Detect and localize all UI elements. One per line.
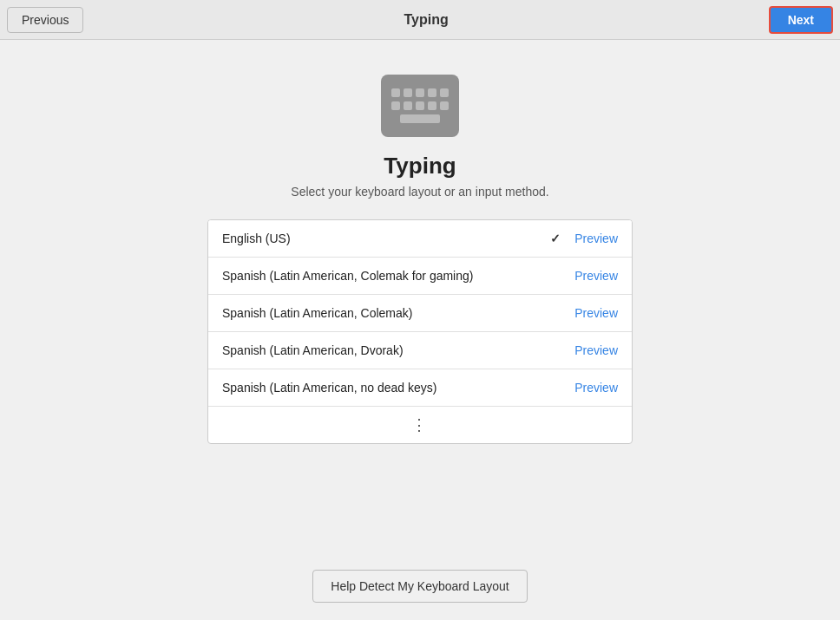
toolbar: Previous Typing Next [0, 0, 840, 40]
key-block [428, 101, 436, 110]
page-subtitle: Select your keyboard layout or an input … [291, 185, 548, 199]
layout-item-left: Spanish (Latin American, Colemak) [222, 306, 412, 320]
preview-link-2[interactable]: Preview [574, 306, 618, 320]
layout-item-left: English (US) [222, 232, 291, 245]
preview-link-3[interactable]: Preview [574, 343, 618, 357]
key-row-middle [391, 101, 449, 110]
layout-item-spanish-colemak[interactable]: Spanish (Latin American, Colemak) Previe… [208, 295, 632, 332]
key-block [404, 101, 412, 110]
layout-name: Spanish (Latin American, Colemak) [222, 306, 412, 320]
layout-list: English (US) ✓ Preview Spanish (Latin Am… [207, 219, 633, 444]
layout-item-left: Spanish (Latin American, Colemak for gam… [222, 269, 473, 283]
key-block [391, 88, 400, 97]
layout-item-left: Spanish (Latin American, no dead keys) [222, 381, 436, 395]
key-block [440, 88, 449, 97]
preview-link-1[interactable]: Preview [574, 269, 618, 283]
toolbar-title: Typing [404, 12, 448, 28]
selected-checkmark: ✓ [550, 232, 561, 245]
previous-button[interactable]: Previous [7, 7, 83, 33]
layout-name: Spanish (Latin American, no dead keys) [222, 381, 436, 395]
layout-name: Spanish (Latin American, Dvorak) [222, 343, 404, 357]
key-row-bottom [400, 114, 440, 123]
key-block [428, 88, 436, 97]
layout-item-spanish-colemak-gaming[interactable]: Spanish (Latin American, Colemak for gam… [208, 258, 632, 295]
detect-keyboard-button[interactable]: Help Detect My Keyboard Layout [312, 570, 527, 603]
layout-item-left: Spanish (Latin American, Dvorak) [222, 343, 404, 357]
layout-item-spanish-no-dead-keys[interactable]: Spanish (Latin American, no dead keys) P… [208, 369, 632, 407]
layout-item-spanish-dvorak[interactable]: Spanish (Latin American, Dvorak) Preview [208, 332, 632, 369]
key-block [440, 101, 449, 110]
next-button[interactable]: Next [769, 6, 833, 34]
keyboard-icon [381, 75, 459, 137]
spacebar-key [400, 114, 440, 123]
key-block [391, 101, 400, 110]
more-layouts-button[interactable]: ⋮ [208, 407, 632, 443]
key-row-top [391, 88, 449, 97]
preview-link-4[interactable]: Preview [574, 381, 618, 395]
layout-item-right: ✓ Preview [550, 232, 618, 245]
main-content: Typing Select your keyboard layout or an… [0, 40, 840, 444]
key-block [416, 88, 424, 97]
page-title: Typing [384, 153, 456, 179]
preview-link-0[interactable]: Preview [574, 232, 618, 245]
key-block [404, 88, 412, 97]
layout-name: Spanish (Latin American, Colemak for gam… [222, 269, 473, 283]
bottom-area: Help Detect My Keyboard Layout [0, 570, 840, 620]
layout-name: English (US) [222, 232, 291, 245]
key-block [416, 101, 424, 110]
layout-item-english-us[interactable]: English (US) ✓ Preview [208, 220, 632, 258]
